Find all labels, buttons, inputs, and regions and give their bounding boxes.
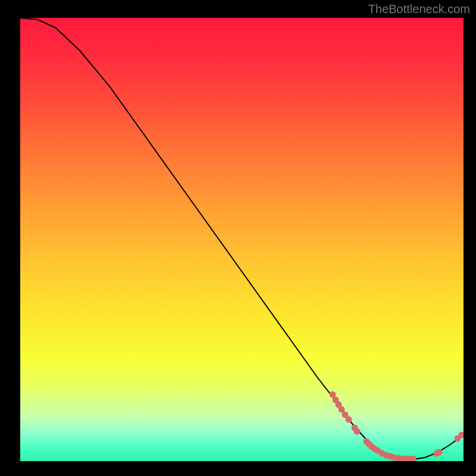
data-point — [410, 456, 416, 462]
root-container: TheBottleneck.com — [0, 0, 476, 476]
data-point — [346, 416, 352, 423]
data-point — [339, 406, 345, 413]
data-point — [436, 449, 443, 456]
data-point — [354, 428, 361, 435]
curve-line — [20, 18, 464, 459]
watermark-text: TheBottleneck.com — [368, 2, 470, 16]
chart-svg — [20, 18, 464, 461]
data-points — [330, 392, 464, 462]
chart-plot-area — [20, 18, 464, 461]
